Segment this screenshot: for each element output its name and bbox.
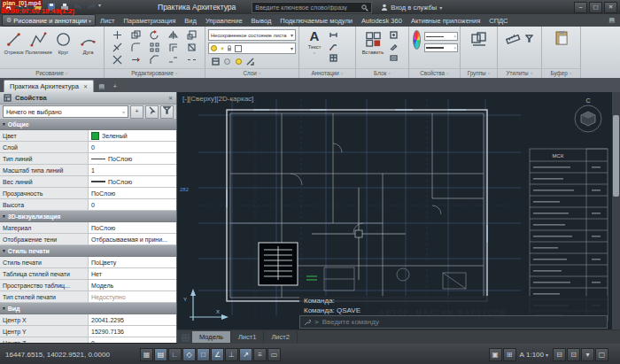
panel-label-layers[interactable]: Слои ▾ xyxy=(205,68,298,78)
panel-label-utilities[interactable]: Утилиты ▾ xyxy=(498,68,541,78)
autoscale-icon[interactable]: ⊡ xyxy=(567,348,580,361)
ribbon-tab-view[interactable]: Вид xyxy=(180,17,201,25)
ribbon-tab-layout[interactable]: Лист xyxy=(96,17,119,25)
color-wheel-icon[interactable] xyxy=(413,30,421,50)
ribbon-tab-autodesk360[interactable]: Autodesk 360 xyxy=(357,17,407,25)
close-icon[interactable]: ✕ xyxy=(168,95,173,101)
status-toggle-polar[interactable]: ◇ xyxy=(182,348,196,361)
property-row[interactable]: Вес линийПоСлою xyxy=(0,176,176,188)
stretch-icon[interactable] xyxy=(127,53,145,66)
layer-match-icon[interactable] xyxy=(245,57,255,66)
layer-isolate-icon[interactable] xyxy=(234,57,244,66)
array-icon[interactable] xyxy=(145,41,164,53)
property-row[interactable]: Слой0 xyxy=(0,142,176,153)
viewport-controls[interactable]: [-][Сверху][2D-каркас] xyxy=(182,95,253,103)
model-space-icon[interactable]: ▣ xyxy=(489,348,502,361)
erase-icon[interactable] xyxy=(182,41,201,53)
circle-tool-button[interactable]: Круг xyxy=(51,28,75,55)
model-space-canvas[interactable]: МСК С 282 xyxy=(177,92,620,343)
property-row[interactable]: Высота0 xyxy=(0,199,176,211)
property-row[interactable]: Центр Y15290.7136 xyxy=(0,326,176,337)
status-toggle-qp[interactable]: ▭ xyxy=(267,348,281,361)
measure-icon[interactable] xyxy=(505,31,521,50)
redo-icon[interactable] xyxy=(85,2,97,12)
property-row[interactable]: Тип линийПоСлою xyxy=(0,153,176,165)
property-row[interactable]: ЦветЗеленый xyxy=(0,130,176,142)
ribbon-tab-plugins[interactable]: Подключаемые модули xyxy=(275,17,357,25)
close-icon[interactable]: ✕ xyxy=(83,83,88,89)
tab-layout2[interactable]: Лист2 xyxy=(264,331,297,343)
ribbon-minimize-icon[interactable]: ▤ xyxy=(608,17,615,24)
status-toggle-dyn[interactable]: ↗ xyxy=(239,348,252,361)
status-toggle-lwt[interactable]: ≡ xyxy=(253,348,267,361)
arc-tool-button[interactable]: Дуга xyxy=(76,28,100,55)
new-drawing-icon[interactable]: + xyxy=(110,81,120,92)
explode-icon[interactable] xyxy=(108,53,127,66)
multileader-icon[interactable] xyxy=(329,42,338,51)
section-general[interactable]: ▾Общие xyxy=(0,119,176,130)
property-row[interactable]: ПрозрачностьПоСлою xyxy=(0,188,176,199)
status-toggle-snap[interactable]: ▦ xyxy=(140,348,153,361)
status-toggle-osnap[interactable]: □ xyxy=(197,348,210,361)
ribbon-tab-featured-apps[interactable]: Активные приложения xyxy=(407,17,484,25)
clean-screen-icon[interactable]: ▢ xyxy=(595,348,608,361)
property-row[interactable]: Отображение тениОтбрасываемая и прини... xyxy=(0,234,176,245)
status-toggle-ducs[interactable]: ⊥ xyxy=(225,348,238,361)
tab-layout1[interactable]: Лист1 xyxy=(231,331,264,343)
lineweight-dropdown[interactable]: ▾ xyxy=(424,43,458,52)
workspace-switcher[interactable]: ⚙ Рисование и аннотации ▾ xyxy=(2,14,96,27)
section-plot-style[interactable]: ▾Стиль печати xyxy=(0,245,176,257)
search-icon[interactable] xyxy=(361,0,368,15)
linetype-dropdown[interactable]: ▾ xyxy=(424,32,458,41)
panel-label-modify[interactable]: Редактирование ▾ xyxy=(105,68,205,78)
select-objects-icon[interactable] xyxy=(145,105,159,119)
layer-state-dropdown[interactable]: Несохраненное состояние листа▾ xyxy=(208,29,296,41)
layout-grid-icon[interactable] xyxy=(182,329,190,345)
layer-properties-icon[interactable] xyxy=(211,57,221,66)
chamfer-icon[interactable] xyxy=(145,53,164,66)
status-toggle-otrack[interactable]: ∠ xyxy=(211,348,224,361)
file-tab-list-icon[interactable]: ▤ xyxy=(97,81,107,92)
scale-icon[interactable] xyxy=(182,28,201,41)
block-attributes-icon[interactable] xyxy=(389,53,399,63)
mirror-icon[interactable] xyxy=(164,28,182,41)
selection-dropdown[interactable]: Ничего не выбрано▾ xyxy=(3,105,128,118)
insert-block-button[interactable]: Вставить xyxy=(360,28,386,63)
property-row[interactable]: Центр X20041.2295 xyxy=(0,314,176,326)
move-icon[interactable] xyxy=(108,28,127,41)
quick-select-icon[interactable] xyxy=(524,34,534,43)
property-row[interactable]: Тип стилей печатиНедоступно xyxy=(0,291,176,303)
ribbon-tab-spds[interactable]: СПДС xyxy=(484,17,512,25)
table-icon[interactable] xyxy=(329,53,338,63)
rotate-icon[interactable] xyxy=(145,28,164,41)
property-row[interactable]: Стиль печатиПоЦвету xyxy=(0,257,176,268)
vertical-scrollbar[interactable] xyxy=(612,92,620,329)
ribbon-tab-output[interactable]: Вывод xyxy=(247,17,276,25)
panel-label-clipboard[interactable]: Буфер ▾ xyxy=(542,68,580,78)
toggle-pickadd-icon[interactable]: + xyxy=(130,105,143,119)
annotation-visibility-icon[interactable]: ⊟ xyxy=(553,348,566,361)
ribbon-tab-manage[interactable]: Управление xyxy=(201,17,247,25)
status-toggle-ortho[interactable]: ∟ xyxy=(168,348,182,361)
sign-in-button[interactable]: Вход в службы ▾ xyxy=(381,4,442,12)
line-tool-button[interactable]: Отрезок xyxy=(2,28,26,55)
qat-dropdown-icon[interactable]: ▾ xyxy=(98,2,101,12)
text-tool-button[interactable]: А Текст ▾ xyxy=(303,28,326,63)
offset-icon[interactable] xyxy=(164,41,182,53)
copy-icon[interactable] xyxy=(127,28,145,41)
scrollbar-thumb[interactable] xyxy=(613,115,619,197)
ribbon-tab-parametric[interactable]: Параметризация xyxy=(119,17,180,25)
palette-header[interactable]: Свойства ✕ xyxy=(0,92,176,105)
edit-block-icon[interactable] xyxy=(389,42,399,51)
status-toggle-grid[interactable]: ▤ xyxy=(154,348,167,361)
polyline-tool-button[interactable]: Полилиния xyxy=(27,28,50,55)
maximize-icon[interactable]: ▢ xyxy=(589,2,602,13)
panel-label-block[interactable]: Блок ▾ xyxy=(356,68,408,78)
close-icon[interactable]: ✕ xyxy=(604,2,617,13)
paste-icon[interactable] xyxy=(554,30,570,50)
dimension-icon[interactable] xyxy=(329,30,338,40)
tab-model[interactable]: Модель xyxy=(192,331,231,343)
property-row[interactable]: Пространство таблиц...Модель xyxy=(0,280,176,291)
quick-select-icon[interactable] xyxy=(160,105,174,119)
customize-icon[interactable] xyxy=(304,319,311,326)
